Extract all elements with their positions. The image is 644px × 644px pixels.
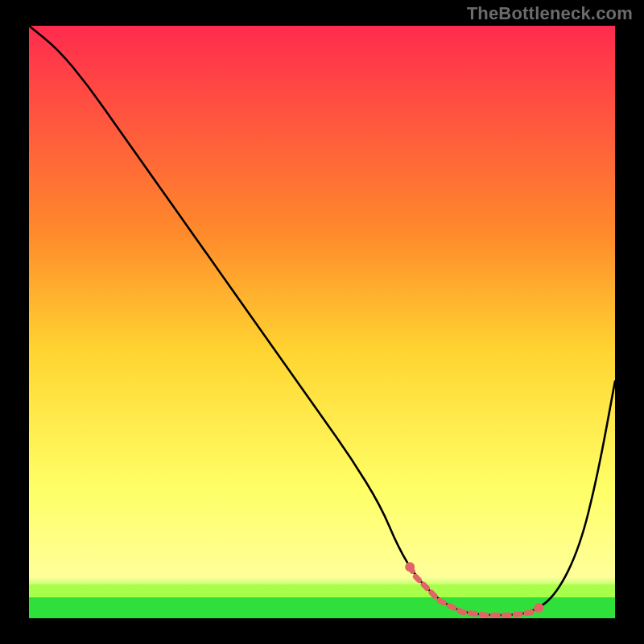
- chart-container: TheBottleneck.com: [0, 0, 644, 644]
- frame-bottom: [0, 618, 644, 644]
- highlight-end-dot: [534, 603, 543, 613]
- bottleneck-chart-svg: [0, 0, 644, 644]
- heatmap-gradient-rect: [29, 26, 615, 618]
- highlight-start-dot: [405, 562, 415, 572]
- frame-right: [615, 0, 644, 644]
- light-green-band: [29, 584, 615, 597]
- frame-left: [0, 0, 29, 644]
- watermark-label: TheBottleneck.com: [467, 3, 633, 24]
